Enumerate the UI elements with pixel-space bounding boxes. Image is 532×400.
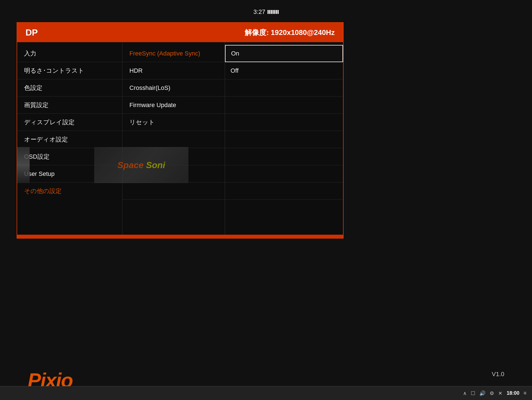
osd-container: DP 解像度: 1920x1080@240Hz 入力 明るさ･コントラスト 色設… <box>17 22 344 239</box>
taskbar-settings-icon[interactable]: ⚙ <box>490 390 494 396</box>
top-time-display: 3:27 <box>254 8 279 16</box>
sub-menu-firmware-update[interactable]: Firmware Update <box>122 97 225 114</box>
sub-menu-crosshair[interactable]: Crosshair(LoS) <box>122 79 225 97</box>
space-sonic-thumbnail: Space Soni <box>94 147 188 183</box>
menu-item-color[interactable]: 色設定 <box>17 79 122 97</box>
menu-item-picture[interactable]: 画質設定 <box>17 97 122 114</box>
value-reset <box>225 114 343 131</box>
menu-item-input[interactable]: 入力 <box>17 45 122 62</box>
value-empty-3 <box>225 165 343 183</box>
sub-menu-freesync[interactable]: FreeSync (Adaptive Sync) <box>122 45 225 62</box>
osd-header: DP 解像度: 1920x1080@240Hz <box>17 23 343 42</box>
value-freesync[interactable]: On <box>225 45 343 62</box>
sub-menu-hdr[interactable]: HDR <box>122 62 225 79</box>
side-thumbnail <box>17 147 30 183</box>
menu-item-other-settings[interactable]: その他の設定 <box>17 183 122 200</box>
sub-menu-reset[interactable]: リセット <box>122 114 225 131</box>
osd-title: DP <box>25 27 38 38</box>
value-empty-4 <box>225 183 343 200</box>
menu-item-audio[interactable]: オーディオ設定 <box>17 131 122 148</box>
sub-menu-empty-1 <box>122 131 225 148</box>
osd-content: 入力 明るさ･コントラスト 色設定 画質設定 ディスプレイ設定 オーディオ設定 … <box>17 42 343 235</box>
value-crosshair <box>225 79 343 97</box>
middle-menu: FreeSync (Adaptive Sync) HDR Crosshair(L… <box>122 42 225 235</box>
taskbar-close-icon[interactable]: ✕ <box>498 390 502 396</box>
taskbar: ∧ ☐ 🔊 ⚙ ✕ 18:00 ≡ <box>0 386 532 400</box>
menu-item-brightness[interactable]: 明るさ･コントラスト <box>17 62 122 79</box>
taskbar-time: 18:00 <box>507 390 519 396</box>
menu-item-display[interactable]: ディスプレイ設定 <box>17 114 122 131</box>
clock-time: 3:27 <box>254 8 265 16</box>
version-display: V1.0 <box>492 371 504 378</box>
taskbar-monitor-icon[interactable]: ☐ <box>471 390 475 396</box>
osd-bottom-bar <box>17 235 343 238</box>
value-empty-1 <box>225 131 343 148</box>
right-values: On Off <box>225 42 343 235</box>
left-menu: 入力 明るさ･コントラスト 色設定 画質設定 ディスプレイ設定 オーディオ設定 … <box>17 42 122 235</box>
thumbnail-text-part1: Space <box>117 160 146 170</box>
sub-menu-empty-4 <box>122 183 225 200</box>
taskbar-chevron-up-icon[interactable]: ∧ <box>463 390 467 396</box>
value-empty-2 <box>225 148 343 165</box>
value-firmware <box>225 97 343 114</box>
thumbnail-label: Space Soni <box>117 160 165 170</box>
battery-icon <box>267 10 278 14</box>
taskbar-volume-icon[interactable]: 🔊 <box>479 390 485 396</box>
taskbar-message-icon[interactable]: ≡ <box>523 390 526 396</box>
osd-resolution: 解像度: 1920x1080@240Hz <box>245 28 335 37</box>
value-hdr: Off <box>225 62 343 79</box>
thumbnail-text-part2: Soni <box>146 160 165 170</box>
